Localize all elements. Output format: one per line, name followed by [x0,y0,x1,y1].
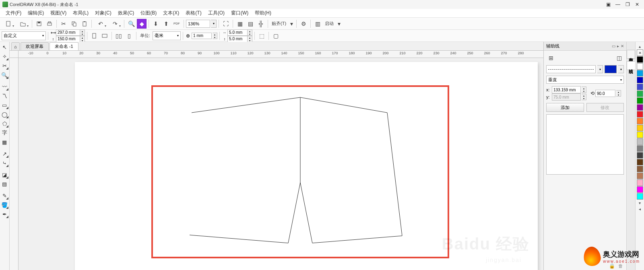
ellipse-tool[interactable]: ◯ [0,110,9,119]
grid-button[interactable]: ▤ [246,19,255,29]
menu-text[interactable]: 文本(X) [160,10,182,16]
launch-icon[interactable]: ▥ [313,19,322,29]
menu-effects[interactable]: 效果(C) [115,10,138,16]
menu-view[interactable]: 视图(V) [47,10,70,16]
dupy-input[interactable]: 5.0 mm [227,36,248,42]
cut-button[interactable]: ✂ [59,19,68,29]
search-button[interactable]: 🔍 [126,19,136,29]
color-swatch[interactable] [637,104,643,111]
guide-color-swatch[interactable] [605,65,617,73]
dimension-tool[interactable]: ↗ [0,149,9,158]
options-button[interactable]: ⚙ [299,19,308,29]
palette-up[interactable]: ▴ [639,44,641,49]
color-swatch[interactable] [637,111,643,117]
color-swatch[interactable] [637,173,643,179]
angle-input[interactable]: 90.0 [595,90,615,97]
maximize-button[interactable]: ❐ [623,1,632,8]
color-swatch[interactable] [637,132,643,138]
guide-x-input[interactable]: 133.159 mm [552,86,581,93]
undo-button[interactable]: ↶ [94,19,107,29]
print-button[interactable] [45,19,54,29]
dropshadow-tool[interactable]: ◪ [0,170,9,179]
page-preset-combo[interactable]: 自定义▾ [2,31,46,40]
palette-down[interactable]: ▾ [639,201,641,205]
color-swatch[interactable] [637,186,643,193]
guide-color-dropdown[interactable]: ▾ [618,65,624,73]
redo-button[interactable]: ↷ [108,19,122,29]
color-swatch[interactable] [637,84,643,90]
freehand-tool[interactable]: 〰 [0,82,9,91]
swatch-none[interactable] [637,49,643,56]
height-spinner[interactable]: ▴▾ [80,36,85,42]
color-swatch[interactable] [637,70,643,76]
fullscreen-button[interactable]: ⛶ [221,19,231,29]
docker-menu-icon[interactable]: ▭ [612,44,615,48]
guides-button[interactable]: ╬ [256,19,266,29]
crop-tool[interactable]: ✂ [0,61,9,70]
color-swatch[interactable] [637,159,643,165]
nudge-spinner[interactable]: ▴▾ [213,33,217,39]
tab-home[interactable]: ⌂ [11,42,20,50]
rectangle-tool[interactable]: ▭ [0,101,9,109]
color-swatch[interactable] [637,145,643,152]
text-tool[interactable]: 字 [0,128,9,137]
shape-tool[interactable]: ✧ [0,52,9,61]
zoom-input[interactable]: 136% [186,20,210,28]
page-height-input[interactable]: 150.0 mm [56,36,80,42]
table-tool[interactable]: ▦ [0,138,9,146]
guide-lock-icon[interactable]: ◫ [614,53,624,63]
open-button[interactable] [16,19,30,29]
guide-section-combo[interactable]: 垂直▾ [546,76,624,84]
paste-button[interactable] [80,19,89,29]
vtab-guides[interactable]: 辅助线 [627,61,635,70]
color-swatch[interactable] [637,97,643,104]
export-button[interactable]: ⬆ [161,19,171,29]
ruler-vertical[interactable] [10,58,19,270]
ruler-origin[interactable] [10,51,19,58]
color-swatch[interactable] [637,138,643,145]
guide-y-spinner[interactable]: ▴▾ [582,94,586,100]
color-swatch[interactable] [637,193,643,200]
color-swatch[interactable] [637,152,643,159]
minimize-button[interactable]: — [613,1,622,8]
page-border-button[interactable]: ▢ [271,31,281,41]
color-swatch[interactable] [637,179,643,186]
copy-button[interactable] [69,19,79,29]
tab-welcome[interactable]: 欢迎屏幕 [21,42,49,50]
menu-object[interactable]: 对象(C) [92,10,115,16]
new-button[interactable] [2,19,15,29]
eyedropper-tool[interactable]: ✎ [0,191,9,200]
nudge-input[interactable]: 1 mm [192,33,212,39]
launch-dropdown[interactable]: ▾ [336,19,342,29]
portrait-button[interactable] [89,31,99,41]
help-icon[interactable]: ▣ [604,1,613,8]
angle-spinner[interactable]: ▴▾ [616,90,621,97]
color-swatch[interactable] [637,56,643,63]
zoom-tool[interactable]: 🔍 [0,70,9,79]
menu-edit[interactable]: 编辑(E) [25,10,47,16]
rulers-button[interactable]: ▦ [235,19,245,29]
transparency-tool[interactable]: ▨ [0,179,9,188]
close-button[interactable]: ✕ [633,1,642,8]
artistic-media-tool[interactable]: 〽 [0,91,9,100]
palette-flyout[interactable]: ◂ [639,207,641,211]
menu-table[interactable]: 表格(T) [182,10,204,16]
color-swatch[interactable] [637,125,643,131]
menu-bitmap[interactable]: 位图(B) [137,10,160,16]
menu-help[interactable]: 帮助(H) [252,10,275,16]
import-button[interactable]: ⬇ [151,19,161,29]
zoom-dropdown[interactable]: ▾ [211,20,217,28]
vtab-align[interactable]: 对齐与分布 [627,50,635,59]
add-guide-button[interactable]: 添加 [546,103,584,112]
pdf-button[interactable]: PDF [172,19,182,29]
menu-tools[interactable]: 工具(O) [205,10,228,16]
color-swatch[interactable] [637,166,643,172]
color-swatch[interactable] [637,63,643,70]
guide-style-combo[interactable] [546,65,596,73]
width-spinner[interactable]: ▴▾ [80,29,85,36]
page-width-input[interactable]: 297.0 mm [56,29,80,36]
units-combo[interactable]: 毫米▾ [153,31,181,40]
color-swatch[interactable] [637,91,643,97]
menu-window[interactable]: 窗口(W) [228,10,252,16]
tab-document[interactable]: 未命名 -1 [50,42,78,50]
